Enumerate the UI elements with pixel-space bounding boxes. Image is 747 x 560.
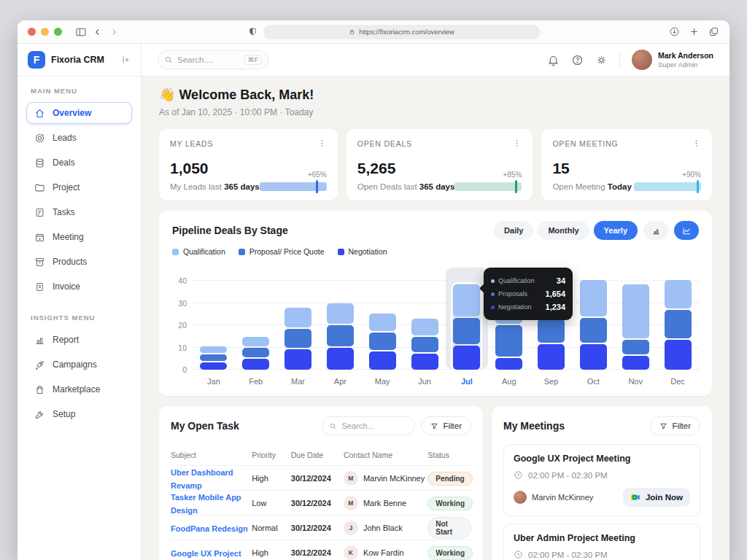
settings-gear-icon[interactable] <box>595 54 608 66</box>
task-subject-link[interactable]: Tasker Mobile App Design <box>171 493 241 515</box>
tab-overview-icon[interactable] <box>708 26 719 37</box>
contact-avatar: J <box>344 521 358 535</box>
bar-segment <box>538 319 565 343</box>
new-tab-icon[interactable] <box>689 26 700 37</box>
sidebar-item-marketplace[interactable]: Marketplace <box>26 378 132 400</box>
user-menu[interactable]: Mark Anderson Super Admin <box>632 50 713 70</box>
task-subject-link[interactable]: Uber Dashboard Revamp <box>171 468 233 490</box>
sidebar-toggle-icon[interactable] <box>75 26 87 38</box>
y-tick-label: 40 <box>178 276 187 285</box>
sidebar-item-overview[interactable]: Overview <box>26 102 132 124</box>
address-bar[interactable]: https://fixoriacrm.com/overview <box>263 25 541 39</box>
table-row[interactable]: Google UX Project High 30/12/2024 K Kow … <box>171 540 471 560</box>
bar-segment <box>622 356 649 370</box>
task-subject-link[interactable]: Google UX Project <box>171 549 241 558</box>
status-badge: Pending <box>427 472 472 486</box>
table-row[interactable]: FoodPana Redesign Normal 30/12/2024 J Jo… <box>171 516 471 540</box>
bar-column-may[interactable] <box>361 268 403 370</box>
bar-column-jun[interactable] <box>403 268 446 370</box>
bar-column-oct[interactable] <box>572 268 614 370</box>
tasks-search-input[interactable]: Search... <box>322 416 415 435</box>
notifications-icon[interactable] <box>547 54 560 66</box>
sidebar-item-products[interactable]: Products <box>26 251 132 273</box>
legend-swatch <box>172 249 179 255</box>
range-button-daily[interactable]: Daily <box>494 221 533 240</box>
sidebar-item-campaigns[interactable]: Campaigns <box>26 354 132 376</box>
help-icon[interactable] <box>571 54 584 66</box>
bar-segment <box>369 351 396 370</box>
sidebar-item-invoice[interactable]: Invoice <box>26 276 132 298</box>
sidebar-item-report[interactable]: Report <box>26 329 132 351</box>
bar-segment <box>665 280 692 308</box>
table-row[interactable]: Uber Dashboard Revamp High 30/12/2024 M … <box>171 466 471 491</box>
bar-column-mar[interactable] <box>277 268 320 370</box>
legend-swatch <box>338 249 344 255</box>
attendee-name: Marvin McKinney <box>532 493 593 502</box>
kebab-menu-icon[interactable] <box>692 139 701 148</box>
close-window-icon[interactable] <box>28 28 36 36</box>
shield-icon[interactable] <box>248 27 258 36</box>
search-placeholder: Search.... <box>177 55 213 64</box>
legend-item: Qualification <box>172 247 225 256</box>
contact-avatar: M <box>344 496 358 510</box>
meetings-title: My Meetings <box>503 420 565 432</box>
sidebar-item-leads[interactable]: Leads <box>26 127 132 149</box>
table-row[interactable]: Tasker Mobile App Design Low 30/12/2024 … <box>171 491 471 516</box>
sidebar-item-label: Campaigns <box>53 359 97 370</box>
bar-chart-icon <box>34 335 45 346</box>
line-view-button[interactable] <box>674 221 699 240</box>
collapse-sidebar-icon[interactable] <box>120 55 131 65</box>
back-icon[interactable] <box>93 27 103 37</box>
sidebar-item-label: Marketplace <box>53 384 100 394</box>
join-label: Join Now <box>646 493 683 502</box>
bar-column-dec[interactable] <box>657 268 699 370</box>
filter-icon <box>659 422 667 430</box>
forward-icon[interactable] <box>109 27 119 37</box>
user-role: Super Admin <box>658 61 713 69</box>
join-now-button[interactable]: Join Now <box>623 488 690 507</box>
kebab-menu-icon[interactable] <box>317 139 327 148</box>
target-icon <box>34 133 45 144</box>
tasks-filter-button[interactable]: Filter <box>421 416 471 435</box>
filter-icon <box>430 422 438 430</box>
x-tick-label: Oct <box>572 377 614 386</box>
bar-segment <box>200 362 227 370</box>
bar-column-jan[interactable] <box>193 268 235 370</box>
bar-column-apr[interactable] <box>319 268 361 370</box>
status-badge: Working <box>427 546 473 560</box>
downloads-icon[interactable] <box>669 26 680 37</box>
bar-column-feb[interactable] <box>235 268 277 370</box>
bar-column-jul[interactable] <box>446 268 488 370</box>
task-subject-link[interactable]: FoodPana Redesign <box>171 524 248 533</box>
meetings-filter-button[interactable]: Filter <box>650 416 700 435</box>
zoom-window-icon[interactable] <box>54 28 62 36</box>
meetings-panel: My Meetings Filter Google UX Project Mee… <box>492 406 712 560</box>
chart-tooltip: Qualification34 Proposals1,654 Negotiati… <box>484 268 573 320</box>
bar-view-button[interactable] <box>643 221 668 240</box>
range-button-monthly[interactable]: Monthly <box>538 221 589 240</box>
sidebar-item-setup[interactable]: Setup <box>26 403 132 425</box>
bar-column-nov[interactable] <box>614 268 657 370</box>
stat-card: OPEN MEETING 15 Open Meeting Today +90% <box>541 129 712 201</box>
sidebar-item-deals[interactable]: Deals <box>26 152 132 174</box>
tooltip-value: 1,654 <box>546 289 566 298</box>
meeting-card: Uber Admin Project Meeting 02:00 PM - 02… <box>503 524 700 560</box>
kebab-menu-icon[interactable] <box>512 139 522 148</box>
range-button-yearly[interactable]: Yearly <box>594 221 638 240</box>
bar-segment <box>665 310 692 338</box>
global-search-input[interactable]: Search.... ⌘F <box>158 50 268 69</box>
sidebar-item-project[interactable]: Project <box>26 176 132 198</box>
pipeline-chart-card: Pipeline Deals By Stage DailyMonthlyYear… <box>159 211 712 396</box>
sidebar-item-tasks[interactable]: Tasks <box>26 201 132 223</box>
rocket-icon <box>34 359 45 370</box>
fixoria-logo-icon[interactable]: F <box>28 51 45 69</box>
column-header-priority: Priority <box>252 451 291 459</box>
divider <box>619 52 620 68</box>
box-icon <box>34 257 45 268</box>
legend-item: Negotiation <box>338 247 387 256</box>
task-due-date: 30/12/2024 <box>291 524 344 532</box>
stat-value: 1,050 <box>170 160 260 177</box>
window-controls[interactable] <box>28 28 62 36</box>
sidebar-item-meeting[interactable]: Meeting <box>26 226 132 248</box>
minimize-window-icon[interactable] <box>41 28 49 36</box>
